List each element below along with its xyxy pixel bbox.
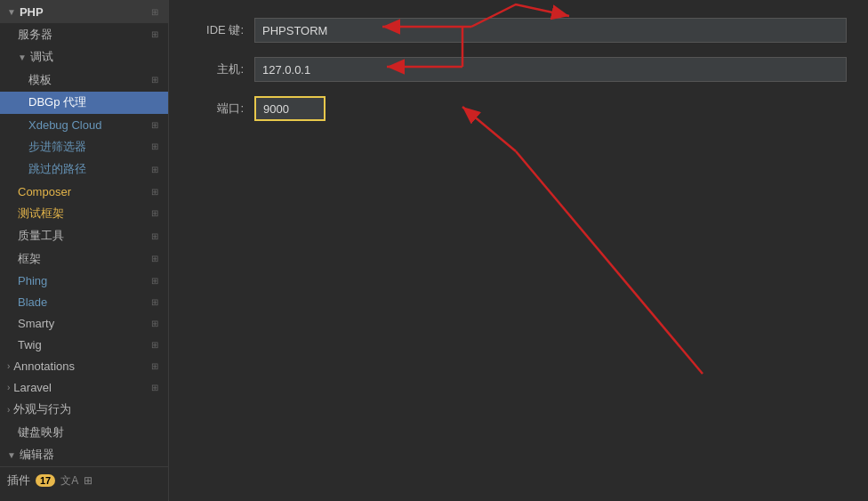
laravel-icon: ⊞ [149, 383, 161, 392]
framework-icon: ⊞ [149, 254, 161, 263]
ide-key-label: IDE 键: [190, 22, 244, 38]
editor-label: 编辑器 [20, 447, 161, 463]
php-settings-icon: ⊞ [149, 7, 161, 17]
port-row: 端口: [190, 96, 847, 121]
sidebar-item-twig[interactable]: Twig ⊞ [0, 335, 168, 356]
twig-label: Twig [18, 338, 145, 352]
annotations-label: Annotations [13, 360, 145, 373]
appearance-expand-icon: › [7, 405, 10, 415]
lang-icon[interactable]: 文A [60, 473, 78, 489]
ide-key-row: IDE 键: [190, 18, 847, 43]
blade-label: Blade [18, 295, 145, 309]
settings-icon: ⊞ [84, 474, 92, 487]
annotations-icon: ⊞ [149, 361, 161, 371]
framework-label: 框架 [18, 251, 145, 267]
sidebar-item-blade[interactable]: Blade ⊞ [0, 292, 168, 313]
quality-tools-icon: ⊞ [149, 231, 161, 241]
smarty-icon: ⊞ [149, 319, 161, 328]
sidebar-item-step-filter[interactable]: 步进筛选器 ⊞ [0, 135, 168, 158]
debug-expand-icon: ▼ [18, 53, 27, 62]
step-filter-icon: ⊞ [149, 141, 161, 151]
sidebar-item-keymap[interactable]: 键盘映射 [0, 421, 168, 444]
editor-expand-icon: ▼ [7, 450, 16, 460]
sidebar-item-debug[interactable]: ▼ 调试 [0, 46, 168, 69]
laravel-expand-icon: › [7, 383, 10, 392]
keymap-label: 键盘映射 [18, 424, 161, 440]
twig-icon: ⊞ [149, 340, 161, 350]
phing-label: Phing [18, 274, 145, 287]
port-label: 端口: [190, 101, 244, 117]
sidebar-item-skip-path[interactable]: 跳过的路径 ⊞ [0, 158, 168, 182]
appearance-label: 外观与行为 [13, 401, 161, 417]
sidebar: ▼ PHP ⊞ 服务器 ⊞ ▼ 调试 模板 ⊞ DBGp 代理 Xdebug C… [0, 0, 169, 501]
xdebug-cloud-icon: ⊞ [149, 120, 161, 130]
skip-path-icon: ⊞ [149, 165, 161, 174]
svg-line-5 [516, 151, 703, 374]
sidebar-item-annotations[interactable]: › Annotations ⊞ [0, 356, 168, 377]
annotations-expand-icon: › [7, 361, 10, 371]
sidebar-item-smarty[interactable]: Smarty ⊞ [0, 313, 168, 335]
sidebar-item-composer[interactable]: Composer ⊞ [0, 181, 168, 202]
template-label: 模板 [28, 72, 145, 88]
template-icon: ⊞ [149, 75, 161, 85]
composer-label: Composer [18, 185, 145, 198]
sidebar-item-phing[interactable]: Phing ⊞ [0, 271, 168, 292]
xdebug-cloud-label: Xdebug Cloud [28, 118, 145, 132]
sidebar-item-test-framework[interactable]: 测试框架 ⊞ [0, 202, 168, 225]
sidebar-item-xdebug-cloud[interactable]: Xdebug Cloud ⊞ [0, 114, 168, 135]
sidebar-item-php[interactable]: ▼ PHP ⊞ [0, 0, 168, 23]
blade-icon: ⊞ [149, 297, 161, 307]
port-input[interactable] [254, 96, 326, 121]
ide-key-input[interactable] [254, 18, 847, 43]
host-input[interactable] [254, 57, 847, 82]
sidebar-item-framework[interactable]: 框架 ⊞ [0, 247, 168, 271]
quality-tools-label: 质量工具 [18, 228, 145, 244]
sidebar-item-editor[interactable]: ▼ 编辑器 [0, 444, 168, 467]
sidebar-item-dbgp[interactable]: DBGp 代理 [0, 92, 168, 115]
sidebar-item-appearance[interactable]: › 外观与行为 [0, 399, 168, 422]
host-label: 主机: [190, 61, 244, 77]
smarty-label: Smarty [18, 317, 145, 330]
test-framework-icon: ⊞ [149, 208, 161, 218]
debug-label: 调试 [30, 49, 161, 65]
php-label: PHP [20, 5, 44, 19]
phing-icon: ⊞ [149, 276, 161, 286]
composer-icon: ⊞ [149, 187, 161, 197]
sidebar-item-server[interactable]: 服务器 ⊞ [0, 23, 168, 46]
server-label: 服务器 [18, 27, 145, 43]
server-icon: ⊞ [149, 29, 161, 39]
main-content: IDE 键: 主机: 端口: [169, 0, 868, 501]
test-framework-label: 测试框架 [18, 206, 145, 222]
dbgp-label: DBGp 代理 [28, 94, 161, 110]
laravel-label: Laravel [13, 381, 145, 394]
plugins-badge: 17 [36, 474, 55, 487]
step-filter-label: 步进筛选器 [28, 139, 145, 155]
php-expand-icon: ▼ [7, 7, 16, 17]
sidebar-footer: 插件 17 文A ⊞ [0, 466, 168, 494]
sidebar-item-laravel[interactable]: › Laravel ⊞ [0, 377, 168, 399]
sidebar-item-template[interactable]: 模板 ⊞ [0, 69, 168, 92]
host-row: 主机: [190, 57, 847, 82]
skip-path-label: 跳过的路径 [28, 161, 145, 177]
sidebar-item-quality-tools[interactable]: 质量工具 ⊞ [0, 225, 168, 248]
plugins-label: 插件 [7, 473, 30, 489]
